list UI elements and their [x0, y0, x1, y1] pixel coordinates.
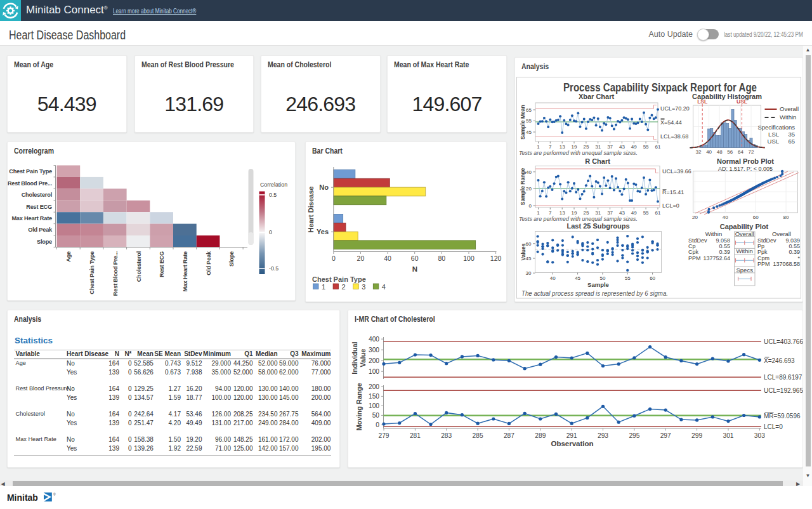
- svg-text:Overall: Overall: [735, 230, 754, 237]
- svg-text:Heart Disease: Heart Disease: [307, 187, 315, 233]
- svg-text:Yes: Yes: [317, 228, 329, 235]
- svg-text:301: 301: [723, 432, 734, 439]
- svg-text:45: 45: [526, 256, 532, 261]
- svg-text:Max Heart Rate: Max Heart Rate: [11, 215, 52, 221]
- svg-text:Slope: Slope: [37, 239, 52, 245]
- svg-text:LCL=89.6197: LCL=89.6197: [764, 374, 802, 381]
- svg-text:Old Peak: Old Peak: [206, 251, 212, 275]
- svg-text:Specs: Specs: [736, 267, 753, 274]
- svg-text:32: 32: [696, 149, 702, 155]
- svg-text:Correlation: Correlation: [260, 182, 287, 188]
- svg-text:Within: Within: [780, 114, 796, 121]
- svg-text:Max Heart Rate: Max Heart Rate: [182, 251, 188, 292]
- svg-text:X=54.44: X=54.44: [660, 119, 682, 126]
- svg-text:40: 40: [526, 169, 532, 175]
- svg-text:283: 283: [441, 432, 452, 439]
- svg-text:Sample Mean: Sample Mean: [520, 105, 526, 139]
- svg-text:80: 80: [783, 215, 789, 220]
- svg-text:40: 40: [550, 275, 556, 281]
- svg-text:55: 55: [625, 275, 631, 281]
- svg-text:30: 30: [526, 270, 532, 276]
- svg-text:137068.58: 137068.58: [773, 261, 800, 267]
- svg-text:UCL=403.766: UCL=403.766: [764, 338, 803, 345]
- svg-text:40: 40: [706, 149, 712, 155]
- svg-text:64: 64: [738, 149, 743, 155]
- svg-text:72: 72: [749, 149, 754, 155]
- svg-text:No: No: [319, 183, 329, 191]
- svg-text:USL: USL: [737, 98, 747, 105]
- svg-text:100: 100: [463, 255, 475, 262]
- svg-text:Process Capability Sixpack Rep: Process Capability Sixpack Report for Ag…: [563, 81, 757, 94]
- svg-text:-0.5: -0.5: [269, 265, 278, 272]
- svg-text:®: ®: [53, 492, 56, 496]
- svg-text:PPM: PPM: [688, 255, 701, 261]
- svg-text:137752.64: 137752.64: [703, 255, 730, 261]
- svg-text:Rest ECG: Rest ECG: [159, 251, 165, 277]
- svg-text:R=15.41: R=15.41: [662, 189, 684, 195]
- svg-text:N: N: [412, 265, 417, 273]
- svg-text:295: 295: [629, 432, 639, 439]
- svg-text:0: 0: [332, 255, 336, 262]
- svg-text:PPM: PPM: [757, 261, 770, 267]
- svg-text:Observation: Observation: [551, 440, 593, 447]
- svg-text:281: 281: [410, 432, 421, 439]
- svg-text:120: 120: [490, 255, 502, 262]
- svg-text:Overall: Overall: [780, 105, 799, 112]
- svg-text:20: 20: [692, 215, 698, 220]
- svg-text:Cholesterol: Cholesterol: [22, 192, 52, 198]
- svg-text:MR=59.0596: MR=59.0596: [764, 413, 801, 420]
- svg-text:Chest Pain Type: Chest Pain Type: [312, 275, 366, 283]
- svg-text:Rest ECG: Rest ECG: [26, 204, 52, 210]
- svg-text:200: 200: [369, 357, 379, 364]
- svg-text:Moving Range: Moving Range: [355, 383, 363, 430]
- svg-text:R Chart: R Chart: [585, 157, 610, 165]
- svg-text:55: 55: [643, 144, 649, 150]
- svg-text:40: 40: [723, 215, 728, 220]
- svg-text:Age: Age: [65, 251, 72, 262]
- svg-text:Capability Plot: Capability Plot: [720, 223, 769, 230]
- svg-text:Rest Blood Pre...: Rest Blood Pre...: [112, 251, 119, 296]
- svg-text:60: 60: [411, 255, 419, 262]
- svg-text:61: 61: [655, 210, 661, 216]
- svg-text:Rest Blood Pre...: Rest Blood Pre...: [8, 180, 52, 187]
- svg-text:The actual process spread is r: The actual process spread is represented…: [521, 289, 668, 297]
- svg-text:Old Peak: Old Peak: [28, 227, 53, 233]
- svg-text:1: 1: [322, 283, 325, 291]
- svg-text:Last 25 Subgroups: Last 25 Subgroups: [566, 222, 629, 230]
- svg-text:LSL: LSL: [768, 131, 779, 138]
- svg-text:LSL: LSL: [697, 98, 707, 105]
- svg-text:297: 297: [660, 432, 671, 439]
- svg-text:293: 293: [598, 432, 608, 439]
- svg-text:Individual: Individual: [351, 341, 358, 374]
- svg-text:UCL=70.20: UCL=70.20: [660, 105, 690, 112]
- svg-text:Within: Within: [705, 230, 722, 237]
- svg-text:300: 300: [369, 347, 379, 354]
- svg-text:45: 45: [575, 275, 580, 281]
- svg-text:289: 289: [535, 432, 546, 439]
- svg-text:299: 299: [691, 432, 702, 439]
- svg-text:Values: Values: [520, 243, 527, 260]
- svg-text:285: 285: [473, 432, 483, 439]
- svg-text:Within: Within: [736, 248, 752, 255]
- svg-text:Overall: Overall: [772, 230, 791, 237]
- svg-text:303: 303: [754, 432, 765, 439]
- svg-text:3: 3: [362, 283, 365, 291]
- svg-text:UCL=192.965: UCL=192.965: [764, 387, 803, 394]
- svg-text:LCL=38.68: LCL=38.68: [660, 133, 688, 140]
- svg-text:50: 50: [372, 412, 380, 419]
- svg-text:55: 55: [526, 118, 532, 124]
- svg-text:60: 60: [650, 275, 655, 281]
- svg-text:X=246.693: X=246.693: [764, 357, 795, 364]
- svg-text:Chest Pain Type: Chest Pain Type: [9, 168, 52, 175]
- svg-text:0: 0: [529, 203, 532, 209]
- svg-text:279: 279: [379, 432, 390, 439]
- svg-text:50: 50: [599, 275, 605, 281]
- svg-text:400: 400: [369, 336, 379, 343]
- svg-text:56: 56: [727, 149, 733, 155]
- svg-text:48: 48: [717, 149, 723, 155]
- svg-text:Tests are performed with unequ: Tests are performed with unequal sample …: [519, 149, 638, 156]
- svg-text:Value: Value: [359, 349, 367, 367]
- svg-text:100: 100: [369, 402, 379, 409]
- svg-text:150: 150: [369, 393, 379, 400]
- svg-text:Cholesterol: Cholesterol: [136, 251, 142, 282]
